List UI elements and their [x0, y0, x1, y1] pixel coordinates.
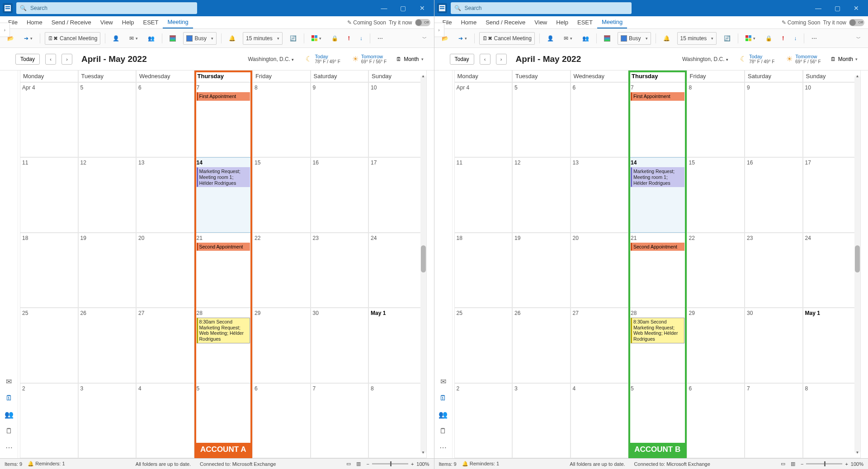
people-nav[interactable]: 👥: [439, 410, 448, 419]
calendar-cell[interactable]: 25: [20, 308, 78, 383]
calendar-cell[interactable]: 15: [252, 157, 311, 232]
calendar-cell[interactable]: 10: [803, 82, 861, 157]
menu-tab-help[interactable]: Help: [118, 17, 139, 28]
calendar-cell[interactable]: 6: [687, 383, 745, 458]
zoom-out[interactable]: −: [366, 461, 369, 467]
calendar-cell[interactable]: 7First Appointment: [194, 82, 253, 157]
calendar-cell[interactable]: 17: [368, 157, 427, 232]
calendar-cell[interactable]: 30: [745, 308, 803, 383]
calendar-event[interactable]: 8:30am Second Marketing Request; Web Mee…: [631, 318, 684, 343]
calendar-cell[interactable]: 18: [454, 233, 513, 308]
calendar-cell[interactable]: 24: [368, 233, 427, 308]
show-as-busy[interactable]: Busy▾: [183, 32, 217, 45]
scrollbar[interactable]: ▲▼: [854, 75, 860, 454]
calendar-cell[interactable]: 2: [20, 383, 78, 458]
more-nav[interactable]: ⋯: [439, 443, 447, 452]
high-importance-button[interactable]: !: [345, 32, 353, 45]
scrollbar[interactable]: ▲▼: [420, 75, 426, 454]
menu-tab-meeting[interactable]: Meeting: [597, 16, 627, 28]
zoom-in[interactable]: +: [411, 461, 414, 467]
calendar-nav[interactable]: 🗓: [5, 394, 13, 402]
calendar-cell[interactable]: 8: [368, 383, 427, 458]
reminder-time[interactable]: 15 minutes▾: [677, 32, 717, 45]
next-period[interactable]: ›: [61, 54, 72, 65]
window-close[interactable]: ✕: [847, 0, 865, 16]
view-reading-button[interactable]: ▥: [356, 461, 361, 467]
tasks-nav[interactable]: 🗒: [5, 427, 13, 435]
search-input[interactable]: 🔍 Search: [16, 2, 197, 14]
calendar-cell[interactable]: 3: [78, 383, 137, 458]
recurrence-button[interactable]: 🔄: [721, 32, 733, 45]
calendar-cell[interactable]: 25: [454, 308, 513, 383]
calendar-cell[interactable]: 2: [454, 383, 513, 458]
view-normal-button[interactable]: ▭: [346, 461, 351, 467]
calendar-event[interactable]: 8:30am Second Marketing Request; Web Mee…: [197, 318, 250, 343]
calendar-cell[interactable]: 21Second Appointment: [628, 233, 687, 308]
reminder-bell-button[interactable]: 🔔: [226, 32, 238, 45]
prev-period[interactable]: ‹: [45, 54, 56, 65]
calendar-cell[interactable]: 14Marketing Request; Meeting room 1; Hél…: [628, 157, 687, 232]
window-maximize[interactable]: ▢: [828, 0, 846, 16]
people-nav[interactable]: 👥: [5, 410, 14, 419]
more-nav[interactable]: ⋯: [5, 443, 13, 452]
add-attendee-button[interactable]: 👤: [544, 32, 557, 45]
cancel-meeting-button[interactable]: 🗓✖Cancel Meeting: [479, 32, 535, 45]
more-button[interactable]: ⋯: [809, 32, 820, 45]
menu-tab-home[interactable]: Home: [22, 17, 47, 28]
calendar-cell[interactable]: 3: [512, 383, 571, 458]
calendar-cell[interactable]: 8: [252, 82, 311, 157]
calendar-cell[interactable]: May 1: [803, 308, 861, 383]
calendar-event[interactable]: Marketing Request; Meeting room 1; Hélde…: [197, 167, 250, 187]
calendar-cell[interactable]: 23: [311, 233, 369, 308]
calendar-cell[interactable]: Apr 4: [20, 82, 78, 157]
menu-tab-eset[interactable]: ESET: [139, 17, 163, 28]
calendar-cell[interactable]: 13: [136, 157, 194, 232]
calendar-cell[interactable]: 20: [571, 233, 629, 308]
calendar-cell[interactable]: 29: [687, 308, 745, 383]
calendar-cell[interactable]: 5: [194, 383, 253, 458]
calendar-cell[interactable]: 14Marketing Request; Meeting room 1; Hél…: [194, 157, 253, 232]
calendar-nav[interactable]: 🗓: [439, 394, 447, 402]
calendar-cell[interactable]: 4: [136, 383, 194, 458]
calendar-cell[interactable]: 8: [687, 82, 745, 157]
mail-nav[interactable]: ✉: [6, 377, 12, 386]
menu-tab-send-receive[interactable]: Send / Receive: [481, 17, 530, 28]
show-as-color-button[interactable]: [167, 32, 179, 45]
calendar-cell[interactable]: 10: [368, 82, 427, 157]
calendar-cell[interactable]: 12: [78, 157, 137, 232]
today-button[interactable]: Today: [450, 54, 474, 65]
zoom-slider[interactable]: [372, 463, 408, 464]
menu-tab-view[interactable]: View: [96, 17, 118, 28]
calendar-cell[interactable]: 19: [512, 233, 571, 308]
menu-tab-home[interactable]: Home: [456, 17, 481, 28]
calendar-cell[interactable]: 8: [803, 383, 861, 458]
view-selector[interactable]: 🗓Month▾: [392, 54, 427, 65]
categorize-button[interactable]: ▾: [309, 32, 324, 45]
calendar-cell[interactable]: 18: [20, 233, 78, 308]
mail-nav[interactable]: ✉: [440, 377, 446, 386]
calendar-cell[interactable]: 5: [628, 383, 687, 458]
calendar-cell[interactable]: 288:30am Second Marketing Request; Web M…: [628, 308, 687, 383]
ribbon-collapse[interactable]: ﹀: [420, 32, 429, 45]
calendar-cell[interactable]: 23: [745, 233, 803, 308]
reminder-time[interactable]: 15 minutes▾: [243, 32, 283, 45]
calendar-event[interactable]: First Appointment: [631, 92, 684, 101]
menu-tab-meeting[interactable]: Meeting: [163, 16, 193, 28]
low-importance-button[interactable]: ↓: [357, 32, 365, 45]
window-minimize[interactable]: —: [809, 0, 827, 16]
categorize-button[interactable]: ▾: [743, 32, 758, 45]
calendar-cell[interactable]: 7First Appointment: [628, 82, 687, 157]
menu-tab-eset[interactable]: ESET: [573, 17, 597, 28]
tracking-button[interactable]: 👥: [145, 32, 157, 45]
search-input[interactable]: 🔍 Search: [451, 2, 632, 14]
calendar-cell[interactable]: 5: [78, 82, 137, 157]
calendar-cell[interactable]: 30: [311, 308, 369, 383]
show-as-color-button[interactable]: [601, 32, 613, 45]
calendar-event[interactable]: First Appointment: [197, 92, 250, 101]
reminder-bell-button[interactable]: 🔔: [660, 32, 673, 45]
window-minimize[interactable]: —: [375, 0, 393, 16]
calendar-cell[interactable]: 16: [745, 157, 803, 232]
tasks-nav[interactable]: 🗒: [439, 427, 447, 435]
forward-button[interactable]: ➔▾: [21, 32, 35, 45]
ribbon-collapse[interactable]: ﹀: [854, 32, 863, 45]
